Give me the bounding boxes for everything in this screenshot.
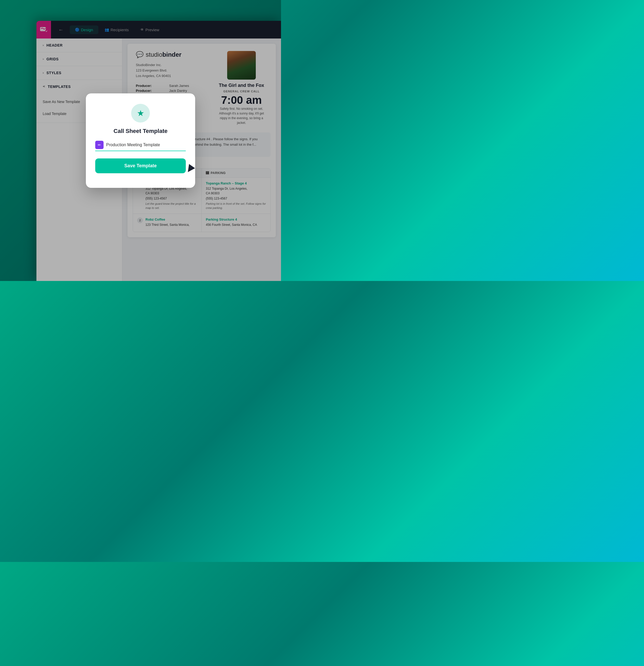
- template-name-input[interactable]: [106, 143, 186, 147]
- save-template-modal: ★ Call Sheet Template ✏ Save Template: [86, 93, 195, 188]
- cursor-arrow: [185, 164, 195, 174]
- modal-title: Call Sheet Template: [114, 128, 167, 135]
- star-icon: ★: [137, 108, 144, 118]
- modal-overlay[interactable]: ★ Call Sheet Template ✏ Save Template: [0, 0, 281, 281]
- modal-btn-wrapper: Save Template: [95, 158, 186, 175]
- modal-input-row: ✏: [95, 141, 186, 151]
- modal-star-badge: ★: [131, 104, 150, 123]
- save-template-button-modal[interactable]: Save Template: [95, 158, 186, 173]
- edit-icon: ✏: [95, 141, 104, 149]
